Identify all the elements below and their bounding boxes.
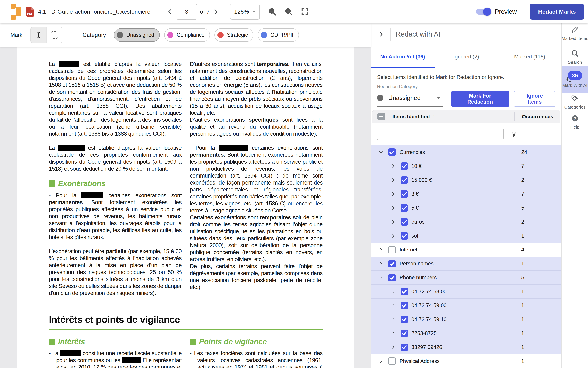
table-row[interactable]: Internet4: [371, 243, 561, 257]
tab-ignored-2-[interactable]: Ignored (2): [434, 45, 498, 68]
chevron-right-icon[interactable]: [391, 219, 396, 224]
redaction-mark[interactable]: [219, 145, 248, 150]
table-row[interactable]: 2263-87251: [371, 326, 561, 340]
table-row[interactable]: 04 72 74 59 001: [371, 298, 561, 313]
chevron-right-icon[interactable]: [391, 289, 396, 294]
category-pill-unassigned[interactable]: Unassigned: [114, 28, 160, 42]
table-row[interactable]: 33297 694261: [371, 340, 561, 354]
row-checkbox[interactable]: [401, 343, 408, 351]
row-checkbox[interactable]: [388, 358, 396, 365]
sidebar-item-categories[interactable]: Categories: [562, 94, 588, 110]
previous-page-button[interactable]: [167, 8, 174, 15]
sort-ascending-icon[interactable]: ↑: [433, 113, 435, 120]
chevron-right-icon[interactable]: [391, 345, 396, 350]
text-select-tool-button[interactable]: [31, 27, 47, 43]
row-checkbox[interactable]: [388, 274, 396, 281]
redaction-mark[interactable]: [122, 357, 141, 363]
chevron-right-icon[interactable]: [391, 164, 396, 169]
chevron-right-icon[interactable]: [391, 177, 396, 183]
marquee-select-tool-button[interactable]: [47, 27, 62, 43]
chevron-right-icon[interactable]: [391, 192, 396, 197]
redaction-mark[interactable]: [58, 145, 85, 150]
table-row[interactable]: euros2: [371, 215, 561, 229]
document-columns: Intérêts- La constitue une recette fisca…: [49, 337, 323, 368]
zoom-out-button[interactable]: [268, 7, 277, 16]
redaction-category-select[interactable]: Unassigned: [377, 91, 443, 107]
table-row[interactable]: sol1: [371, 229, 561, 243]
preview-label: Preview: [495, 8, 517, 15]
table-row[interactable]: Person names1: [371, 257, 561, 271]
marquee-select-icon: [51, 31, 58, 38]
page-number-input[interactable]: [177, 4, 197, 20]
table-row[interactable]: Phone numbers5: [371, 271, 561, 285]
category-pill-compliance[interactable]: Compliance: [164, 28, 210, 42]
chevron-right-icon[interactable]: [391, 205, 396, 211]
row-occurrences: 5: [521, 275, 524, 281]
table-row[interactable]: 04 72 74 59 101: [371, 313, 561, 326]
chevron-right-icon[interactable]: [391, 303, 396, 308]
row-label: euros: [411, 219, 425, 225]
chevron-down-icon[interactable]: [378, 275, 384, 280]
sidebar-item-marked-items[interactable]: Marked Items: [562, 26, 588, 41]
document-viewer[interactable]: La est établie d’après la valeur locativ…: [0, 46, 371, 368]
collapse-panel-button[interactable]: [377, 31, 385, 38]
table-row[interactable]: 10 €7: [371, 159, 561, 173]
table-row[interactable]: 5 €5: [371, 201, 561, 215]
next-page-button[interactable]: [212, 8, 219, 15]
row-checkbox[interactable]: [388, 260, 396, 267]
row-occurrences: 1: [521, 288, 524, 294]
row-checkbox[interactable]: [388, 148, 396, 156]
chevron-right-icon[interactable]: [378, 261, 384, 266]
redaction-mark[interactable]: [59, 61, 79, 67]
zoom-in-button[interactable]: [284, 7, 293, 16]
sidebar-item-mark-with-ai[interactable]: 36Mark With AI: [562, 66, 588, 93]
chevron-right-icon[interactable]: [391, 317, 396, 322]
table-row[interactable]: Currencies24: [371, 145, 561, 159]
select-all-checkbox[interactable]: [377, 113, 385, 120]
chevron-down-icon[interactable]: [378, 150, 384, 155]
row-checkbox[interactable]: [401, 162, 408, 170]
items-filter-input[interactable]: [377, 128, 504, 140]
tab-marked-116-[interactable]: Marked (116): [498, 45, 561, 68]
row-checkbox[interactable]: [401, 302, 408, 309]
items-identified-header[interactable]: Items Identified: [392, 114, 430, 120]
table-row[interactable]: Physical Address1: [371, 354, 561, 368]
row-checkbox[interactable]: [388, 246, 396, 254]
fullscreen-button[interactable]: [301, 8, 309, 16]
row-checkbox[interactable]: [401, 204, 408, 212]
document-paragraph: Certaines exonérations sont temporaires …: [190, 214, 323, 263]
chevron-right-icon[interactable]: [378, 247, 384, 252]
category-pills: UnassignedComplianceStrategicGDPR/PII: [114, 28, 299, 42]
category-pill-gdpr-pii[interactable]: GDPR/PII: [258, 28, 299, 42]
row-checkbox[interactable]: [401, 330, 408, 337]
zoom-level-select[interactable]: 125%: [230, 4, 260, 19]
sidebar-item-help[interactable]: ?Help: [562, 115, 588, 130]
redact-marks-button[interactable]: Redact Marks: [530, 4, 584, 19]
sidebar-item-search[interactable]: Search: [562, 49, 588, 65]
redaction-mark[interactable]: [81, 192, 103, 198]
document-column-right: D’autres exonérations sont temporaires. …: [190, 61, 323, 296]
row-checkbox[interactable]: [401, 218, 408, 226]
chevron-right-icon[interactable]: [378, 359, 384, 364]
row-checkbox[interactable]: [401, 190, 408, 198]
table-row[interactable]: 15 000 €2: [371, 173, 561, 187]
filter-icon[interactable]: [511, 130, 518, 138]
top-toolbar: PDF 4.1 - D-Guide-action-fonciere_taxesf…: [0, 0, 588, 23]
row-checkbox[interactable]: [401, 288, 408, 295]
table-row[interactable]: 3 €7: [371, 187, 561, 201]
chevron-right-icon[interactable]: [391, 331, 396, 336]
document-paragraph: D’autres exonérations sont temporaires. …: [190, 61, 323, 116]
chevron-right-icon[interactable]: [391, 233, 396, 238]
row-occurrences: 24: [521, 149, 527, 155]
ignore-items-button[interactable]: Ignore Items: [514, 91, 555, 107]
row-checkbox[interactable]: [401, 176, 408, 184]
redaction-mark[interactable]: [60, 350, 81, 356]
tab-no-action-yet-36-[interactable]: No Action Yet (36): [371, 45, 434, 68]
row-checkbox[interactable]: [401, 316, 408, 323]
table-row[interactable]: 04 72 74 58 001: [371, 285, 561, 298]
mark-for-redaction-button[interactable]: Mark For Redaction: [451, 91, 509, 107]
category-pill-strategic[interactable]: Strategic: [214, 28, 253, 42]
row-checkbox[interactable]: [401, 232, 408, 239]
document-columns: La est établie d’après la valeur locativ…: [49, 61, 323, 296]
preview-toggle[interactable]: [476, 9, 491, 15]
